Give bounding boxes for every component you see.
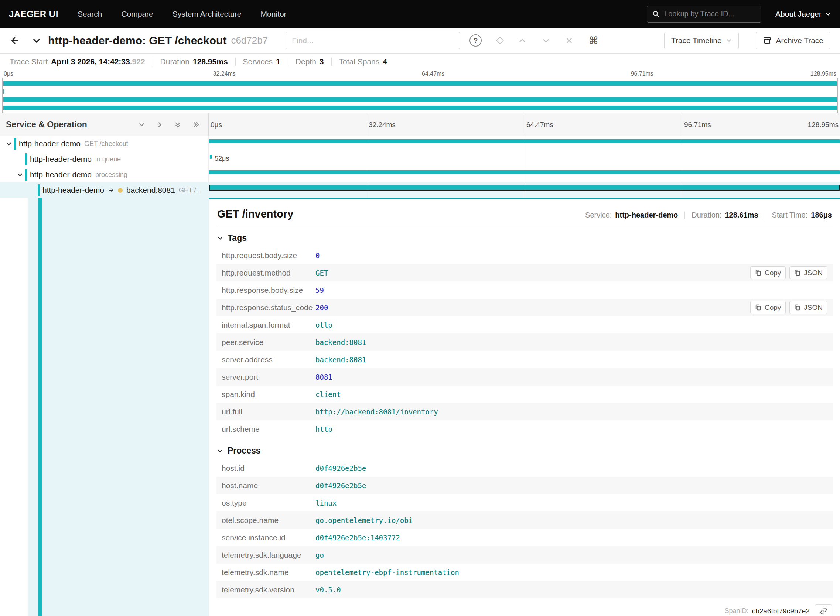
tick-label: 128.95ms	[811, 70, 836, 77]
expand-one-chevron-right-icon[interactable]	[156, 121, 163, 128]
nav-item-system-architecture[interactable]: System Architecture	[172, 10, 242, 19]
span-toggle-chevron-down-icon[interactable]	[4, 140, 14, 147]
span-name-chip[interactable]: http-header-demo processing	[25, 169, 131, 180]
trace-view-select[interactable]: Trace Timeline	[664, 32, 739, 49]
copy-value-button[interactable]: Copy	[750, 301, 786, 314]
tick-label: 64.47ms	[526, 121, 554, 129]
trace-id-lookup[interactable]	[647, 6, 761, 22]
process-key: otel.scope.name	[216, 516, 316, 525]
span-name-chip[interactable]: http-header-demo backend:8081 GET /...	[38, 184, 205, 196]
span-rows: http-header-demo GET /checkout http-head…	[0, 136, 840, 198]
find-input[interactable]	[286, 32, 460, 49]
span-name-chip[interactable]: http-header-demo GET /checkout	[14, 138, 131, 150]
table-row[interactable]: telemetry.sdk.name opentelemetry-ebpf-in…	[216, 563, 833, 581]
keyboard-shortcuts-icon[interactable]: ⌘	[589, 35, 598, 47]
process-key: telemetry.sdk.version	[216, 585, 316, 594]
tag-value: 200	[316, 304, 328, 312]
span-row-processing[interactable]: http-header-demo processing	[0, 167, 840, 182]
nav-right: About Jaeger	[647, 6, 831, 22]
collapse-one-chevron-down-icon[interactable]	[138, 121, 145, 128]
copy-json-button[interactable]: JSON	[789, 266, 827, 279]
collapse-all-double-chevron-down-icon[interactable]	[174, 121, 181, 128]
span-row-checkout[interactable]: http-header-demo GET /checkout	[0, 136, 840, 151]
help-icon[interactable]: ?	[470, 34, 482, 47]
span-bar[interactable]	[210, 155, 211, 159]
trace-page-header: http-header-demo: GET /checkout c6d72b7 …	[0, 28, 840, 54]
table-row[interactable]: http.request.method GET Copy JSON	[216, 264, 833, 282]
trace-minimap: 0μs 32.24ms 64.47ms 96.71ms 128.95ms	[0, 69, 840, 113]
duration-label: Duration	[160, 57, 189, 66]
table-row[interactable]: internal.span.format otlp	[216, 316, 833, 333]
process-key: host.id	[216, 464, 316, 473]
tag-value: GET	[316, 269, 328, 277]
copy-value-button[interactable]: Copy	[750, 266, 786, 279]
trace-id-lookup-input[interactable]	[664, 10, 756, 18]
span-bar-cell[interactable]	[209, 182, 840, 198]
span-name-chip[interactable]: http-header-demo in queue	[25, 153, 124, 165]
copy-json-button[interactable]: JSON	[789, 301, 827, 314]
collapse-trace-chevron-icon[interactable]	[32, 36, 41, 45]
table-row[interactable]: http.request.body.size 0	[216, 247, 833, 264]
archive-trace-button[interactable]: Archive Trace	[756, 32, 830, 49]
app-logo[interactable]: JAEGER UI	[9, 9, 58, 19]
nav-item-compare[interactable]: Compare	[121, 10, 153, 19]
divider	[153, 58, 153, 66]
minimap-tick-labels: 0μs 32.24ms 64.47ms 96.71ms 128.95ms	[2, 69, 838, 78]
json-label: JSON	[804, 304, 822, 312]
span-bar[interactable]	[209, 139, 840, 143]
span-bar-cell[interactable]	[209, 136, 840, 151]
timeline-header-row: Service & Operation 0μs 32.24ms 64.47ms …	[0, 113, 840, 136]
table-row[interactable]: otel.scope.name go.opentelemetry.io/obi	[216, 512, 833, 529]
back-button[interactable]	[10, 35, 21, 46]
span-bar[interactable]	[209, 170, 840, 174]
table-row[interactable]: host.name d0f4926e2b5e	[216, 477, 833, 494]
tag-value: 8081	[316, 373, 332, 381]
span-name-cell: http-header-demo backend:8081 GET /...	[0, 182, 209, 198]
tag-value: backend:8081	[316, 356, 366, 364]
minimap-right-scrubber[interactable]	[837, 78, 837, 113]
table-row[interactable]: span.kind client	[216, 386, 833, 403]
span-toggle-chevron-down-icon[interactable]	[15, 172, 25, 178]
minimap-canvas[interactable]	[2, 78, 838, 113]
table-row[interactable]: host.id d0f4926e2b5e	[216, 459, 833, 477]
next-result-chevron-down-icon[interactable]	[542, 37, 550, 45]
table-row[interactable]: url.scheme http	[216, 420, 833, 438]
span-bar-cell[interactable]	[209, 167, 840, 182]
process-section: Process host.id d0f4926e2b5e host.name d…	[216, 445, 833, 598]
tags-table: http.request.body.size 0 http.request.me…	[216, 247, 833, 438]
table-row[interactable]: server.address backend:8081	[216, 351, 833, 368]
prev-result-chevron-up-icon[interactable]	[518, 37, 526, 45]
span-row-in-queue[interactable]: http-header-demo in queue 52μs	[0, 151, 840, 167]
clear-find-x-icon[interactable]	[565, 37, 573, 44]
nav-item-monitor[interactable]: Monitor	[261, 10, 286, 19]
nav-menu: Search Compare System Architecture Monit…	[78, 10, 286, 19]
table-row[interactable]: service.instance.id d0f4926e2b5e:1403772	[216, 529, 833, 546]
tag-key: span.kind	[216, 390, 316, 399]
depth-value: 3	[320, 57, 324, 66]
span-bar-cell[interactable]: 52μs	[209, 151, 840, 167]
tags-section-header[interactable]: Tags	[216, 232, 833, 247]
table-row[interactable]: telemetry.sdk.language go	[216, 546, 833, 563]
table-row[interactable]: http.response.body.size 59	[216, 282, 833, 299]
divider	[288, 58, 288, 66]
span-name-cell: http-header-demo in queue	[0, 151, 209, 167]
service-operation-header: Service & Operation	[0, 113, 209, 135]
span-bar-selected[interactable]	[209, 185, 840, 191]
nav-item-search[interactable]: Search	[78, 10, 102, 19]
tag-value: 59	[316, 286, 324, 294]
focus-diamond-icon[interactable]	[497, 38, 503, 43]
table-row[interactable]: server.port 8081	[216, 368, 833, 386]
deep-link-button[interactable]	[815, 604, 832, 616]
expand-all-double-chevron-right-icon[interactable]	[192, 121, 200, 128]
minimap-left-scrubber[interactable]	[3, 78, 3, 113]
table-row[interactable]: telemetry.sdk.version v0.5.0	[216, 581, 833, 598]
table-row[interactable]: http.response.status_code 200 Copy JSON	[216, 299, 833, 316]
process-section-header[interactable]: Process	[216, 445, 833, 459]
table-row[interactable]: peer.service backend:8081	[216, 333, 833, 351]
chevron-down-icon	[217, 448, 223, 454]
table-row[interactable]: url.full http://backend:8081/inventory	[216, 403, 833, 420]
total-spans-label: Total Spans	[339, 57, 380, 66]
about-jaeger-menu[interactable]: About Jaeger	[775, 10, 831, 19]
table-row[interactable]: os.type linux	[216, 494, 833, 512]
span-row-backend-get[interactable]: http-header-demo backend:8081 GET /...	[0, 182, 840, 198]
